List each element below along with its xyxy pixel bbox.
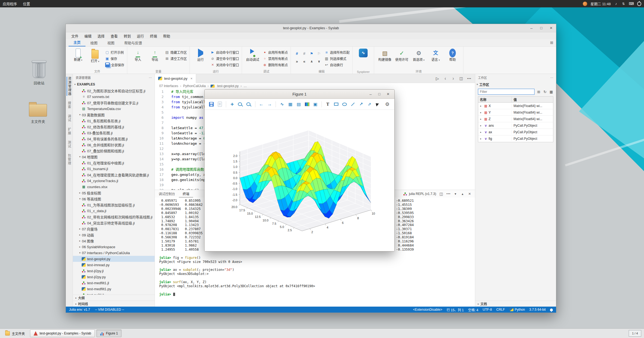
- tree-file[interactable]: 01_为等高线图添加层级标签.jl: [73, 202, 155, 208]
- ribbon-button-open[interactable]: 打开 ▾: [87, 48, 103, 63]
- close-button[interactable]: ✕: [546, 24, 556, 32]
- figure-tool-pan[interactable]: +: [229, 101, 235, 108]
- workspace-row[interactable]: ▸vaxPyCall.PyObject: [478, 129, 553, 135]
- bell-icon[interactable]: [550, 309, 553, 311]
- status-item[interactable]: Julia env: v1.7: [69, 308, 90, 312]
- explorer-root[interactable]: ▾ EXAMPLES: [73, 81, 155, 88]
- panel-tab-调试控制台[interactable]: 调试控制台: [155, 190, 179, 197]
- ribbon-button-indent[interactable]: »: [294, 58, 300, 65]
- tree-file[interactable]: 04_cycloneTracks.jl: [73, 178, 155, 184]
- ribbon-tab[interactable]: 主页: [69, 38, 85, 46]
- figure-tool-colormap[interactable]: [304, 101, 310, 108]
- activity-item[interactable]: 测试: [67, 141, 72, 148]
- menu-item-运行[interactable]: 运行: [134, 33, 147, 38]
- breadcrumb-item[interactable]: …: [244, 84, 247, 88]
- menu-item-编辑[interactable]: 编辑: [82, 33, 94, 38]
- ribbon-button-uncomment[interactable]: #: [301, 50, 308, 57]
- figure-tool-line-tool[interactable]: [350, 101, 356, 108]
- menu-item-帮助[interactable]: 帮助: [160, 33, 173, 38]
- ribbon-button-word-wrap[interactable]: ↩自动换行: [324, 62, 350, 67]
- workspace-row[interactable]: ▸vansPyCall.PyObject: [478, 122, 553, 129]
- tree-file[interactable]: test-geoplot.py: [73, 256, 155, 262]
- tree-folder[interactable]: ▾04 地理图: [73, 154, 155, 160]
- refresh-icon[interactable]: ↻: [543, 90, 547, 94]
- run-file-icon[interactable]: ▷: [435, 76, 439, 81]
- ribbon-button-new[interactable]: 新建 ▾: [70, 48, 86, 62]
- workspace-row[interactable]: ▸▦YMatrix{Float64} wi...: [478, 109, 553, 116]
- tree-file[interactable]: ▦counties.xlsx: [73, 184, 155, 190]
- ribbon-button-unfold[interactable]: ∨: [316, 58, 322, 65]
- section-大纲[interactable]: ▸大纲: [73, 295, 155, 301]
- figure-tool-cursor[interactable]: [375, 101, 381, 108]
- figure-tool-rectangle[interactable]: [333, 101, 339, 108]
- desktop-icon-trash[interactable]: 回收站: [24, 62, 54, 85]
- ribbon-button-cli-clear[interactable]: ⊘清空命令行窗口: [211, 56, 239, 61]
- more-icon[interactable]: ⋯: [550, 76, 553, 79]
- desktop-icon-home[interactable]: 主文件夹: [23, 102, 53, 124]
- figure-tool-zoom[interactable]: [237, 101, 244, 108]
- editor-tab[interactable]: test-geoplot.py ×: [155, 74, 196, 83]
- panel-menu-应用程序[interactable]: 应用程序: [3, 1, 17, 6]
- user-avatar-icon[interactable]: [583, 2, 587, 6]
- close-icon[interactable]: ×: [190, 76, 193, 81]
- tree-file[interactable]: test-medfilt1.jl: [73, 280, 155, 286]
- ribbon-button-help[interactable]: ?帮助: [445, 48, 460, 62]
- tree-file[interactable]: test-jl2py.jl: [73, 268, 155, 274]
- ribbon-button-build[interactable]: ▧构建镜像: [377, 48, 393, 62]
- volume-icon[interactable]: ♪: [614, 2, 618, 6]
- ribbon-button-debug[interactable]: 启动调试: [245, 48, 261, 62]
- status-item[interactable]: 行 15、列 1: [447, 307, 464, 312]
- network-icon[interactable]: ⇅: [621, 2, 625, 6]
- tree-folder[interactable]: ▸07 向量场: [73, 226, 155, 232]
- figure-tool-save[interactable]: [208, 101, 215, 108]
- ribbon-button-settings[interactable]: ⚙首选项 ▾: [411, 48, 427, 62]
- tree-folder[interactable]: ▸05 极坐标图: [73, 190, 155, 196]
- chevron-down-icon[interactable]: ▾: [453, 192, 457, 196]
- ribbon-button-lang[interactable]: 文语言 ▾: [428, 48, 444, 62]
- breadcrumb-item[interactable]: 07 Interfaces: [159, 84, 178, 88]
- tree-file[interactable]: 06_合并线图和针状图.jl: [73, 142, 155, 148]
- tree-file[interactable]: ▤TemperatureData.csv: [73, 106, 155, 112]
- section-时间线[interactable]: ▸时间线: [73, 301, 155, 307]
- figure-tool-nav-forward-blue[interactable]: →: [267, 101, 273, 108]
- ribbon-button-run[interactable]: 运行: [193, 48, 208, 62]
- workspace-row[interactable]: ▸▦XMatrix{Float64} wi...: [478, 103, 553, 109]
- figure-tool-nav-back-blue[interactable]: ←: [258, 101, 264, 108]
- breadcrumb-item[interactable]: test-geoplot.py: [217, 84, 239, 88]
- figure-tool-zoom-region[interactable]: [246, 101, 252, 108]
- column-header-name[interactable]: 名称: [478, 97, 512, 102]
- nav-forward-icon[interactable]: ›: [451, 76, 455, 81]
- syslab-titlebar[interactable]: test-geoplot.py - Examples - Syslab –□✕: [66, 24, 556, 32]
- activity-item[interactable]: 搜索: [67, 101, 72, 109]
- tree-file[interactable]: 02_修改条形图的基线.jl: [73, 124, 155, 130]
- nav-back-icon[interactable]: ‹: [443, 76, 447, 81]
- tree-file[interactable]: ≡07 sonnets.txt: [73, 94, 155, 100]
- close-button[interactable]: ✕: [385, 91, 392, 98]
- workspace-switcher[interactable]: 1 / 4: [629, 330, 641, 337]
- menu-item-查看[interactable]: 查看: [108, 33, 120, 38]
- panel-tab-终端[interactable]: 终端: [179, 190, 193, 197]
- ribbon-button-column-mode[interactable]: ▥列选择模式: [324, 56, 350, 61]
- tree-file[interactable]: 01_c_data.jl: [73, 208, 155, 214]
- ribbon-button-bp-off[interactable]: ○禁用所有断点: [263, 56, 288, 61]
- ribbon-button-bookmark[interactable]: ⚑: [308, 50, 315, 57]
- ribbon-tab[interactable]: 帮助与反馈: [119, 39, 147, 46]
- ribbon-button-bookmark-off[interactable]: ⚐: [316, 50, 322, 57]
- tree-folder[interactable]: ▸04 图像: [73, 238, 155, 244]
- ribbon-button-comment[interactable]: #: [294, 50, 300, 57]
- activity-item[interactable]: 包管理: [67, 154, 72, 165]
- minimize-button[interactable]: –: [527, 24, 536, 32]
- tree-folder[interactable]: ▾06 等高线图: [73, 196, 155, 202]
- figure-tool-edit-page[interactable]: [217, 101, 223, 108]
- split-editor-icon[interactable]: ◫: [459, 76, 463, 81]
- maximize-button[interactable]: □: [376, 91, 383, 98]
- taskbar-item[interactable]: test-geoplot.py - Examples - Syslab: [30, 330, 95, 337]
- status-item[interactable]: Python: [509, 308, 525, 312]
- minimize-button[interactable]: –: [367, 91, 374, 98]
- column-header-value[interactable]: 值: [512, 97, 553, 102]
- tree-file[interactable]: test-jl2py.py: [73, 274, 155, 280]
- figure-tool-curve[interactable]: ∿: [279, 101, 285, 108]
- more-icon[interactable]: ⋯: [467, 76, 471, 81]
- workspace-filter-input[interactable]: [478, 89, 534, 95]
- activity-item[interactable]: 调试: [67, 114, 72, 122]
